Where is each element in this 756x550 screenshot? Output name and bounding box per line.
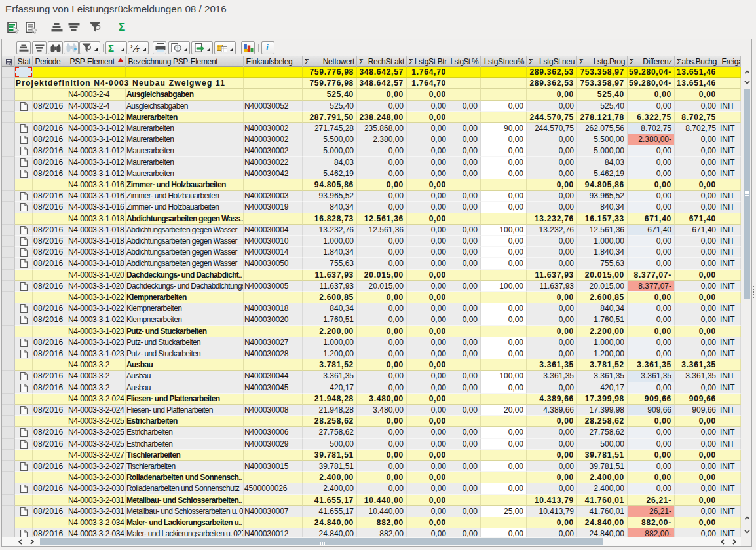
svg-text:Σ: Σ	[130, 43, 134, 50]
svg-text:Σ: Σ	[136, 47, 140, 53]
